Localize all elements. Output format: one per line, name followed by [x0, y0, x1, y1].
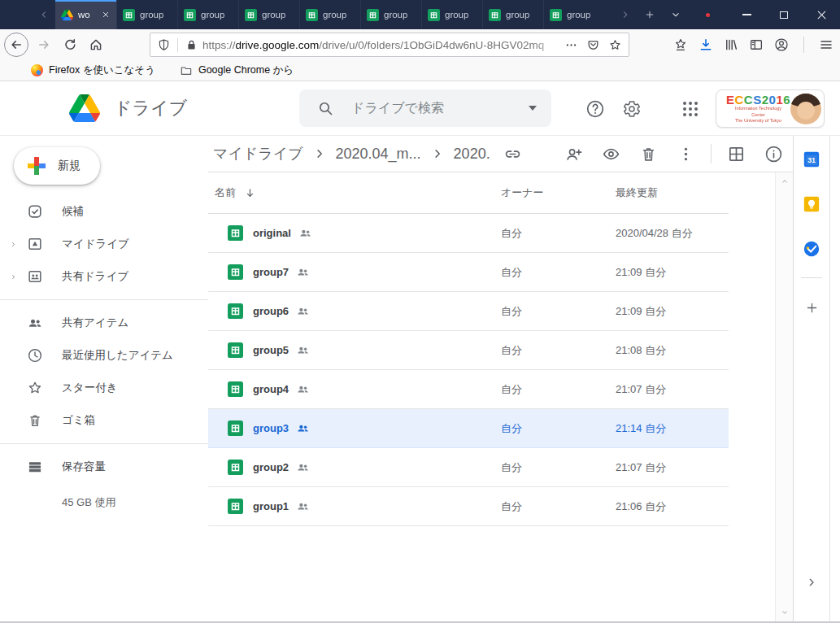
list-header: 名前 オーナー 最終更新: [208, 172, 729, 214]
column-header-owner[interactable]: オーナー: [501, 185, 544, 200]
calendar-app-icon[interactable]: 31: [803, 150, 820, 168]
expand-arrow-icon[interactable]: [10, 273, 24, 281]
drive-sidebar: 新規 候補マイドライブ共有ドライブ共有アイテム最近使用したアイテムスター付きゴミ…: [0, 136, 208, 621]
column-header-name[interactable]: 名前: [208, 185, 257, 200]
file-row-group1[interactable]: group1自分21:06 自分: [208, 487, 729, 526]
avatar[interactable]: [790, 94, 821, 124]
sidebar-item-star[interactable]: スター付き: [0, 372, 208, 404]
file-row-group6[interactable]: group6自分21:09 自分: [208, 292, 729, 331]
recording-indicator-dot: [706, 13, 710, 17]
column-header-modified[interactable]: 最終更新: [616, 185, 658, 200]
sheets-file-icon: [228, 225, 243, 241]
navigation-toolbar: https://drive.google.com/drive/u/0/folde…: [0, 29, 840, 60]
home-button[interactable]: [83, 32, 109, 58]
bookmark-item[interactable]: Google Chrome から: [180, 63, 294, 77]
file-row-group2[interactable]: group2自分21:07 自分: [208, 448, 729, 487]
tab-list-dropdown-icon[interactable]: [663, 0, 689, 29]
account-icon[interactable]: [773, 32, 790, 58]
sidebar-item-my-drive[interactable]: マイドライブ: [0, 228, 208, 260]
sidebar-item-shared-drives[interactable]: 共有ドライブ: [0, 260, 208, 293]
content-scrollbar[interactable]: [775, 172, 793, 621]
bookmark-item[interactable]: Firefox を使いこなそう: [31, 63, 155, 77]
tab-close-icon[interactable]: [101, 10, 111, 20]
tracking-shield-icon[interactable]: [157, 38, 171, 52]
google-apps-grid-icon[interactable]: [681, 99, 700, 119]
lock-icon[interactable]: [185, 38, 196, 52]
dots-vertical-icon[interactable]: [677, 145, 695, 163]
info-icon[interactable]: [764, 145, 783, 163]
tab-scroll-left-icon[interactable]: [33, 0, 55, 29]
sheets-file-icon: [228, 420, 243, 436]
tab-group[interactable]: group: [421, 0, 482, 29]
sidebar-item-people[interactable]: 共有アイテム: [0, 307, 208, 339]
breadcrumb: マイドライブ2020.04_m...2020.: [213, 144, 522, 163]
side-panel-divider: [801, 277, 822, 278]
grid-view-icon[interactable]: [727, 145, 746, 163]
sidebar-item-trash[interactable]: ゴミ箱: [0, 404, 208, 437]
tab-scroll-right-icon[interactable]: [614, 0, 637, 29]
search-box[interactable]: [299, 89, 551, 127]
expand-arrow-icon[interactable]: [10, 241, 24, 248]
account-badge[interactable]: ECCS2016 Information Technology Center T…: [716, 89, 825, 128]
help-icon[interactable]: [585, 99, 605, 119]
person-add-icon[interactable]: [564, 145, 583, 163]
file-row-original[interactable]: original自分2020/04/28 自分: [208, 214, 729, 253]
search-input[interactable]: [351, 101, 511, 115]
settings-gear-icon[interactable]: [622, 99, 642, 119]
sidebar-item-storage[interactable]: 保存容量: [0, 451, 208, 483]
tab-active-drive[interactable]: wo: [55, 0, 116, 29]
file-row-group7[interactable]: group7自分21:09 自分: [208, 253, 729, 292]
drive-toolbar: マイドライブ2020.04_m...2020.: [208, 136, 793, 172]
add-addon-plus-icon[interactable]: [804, 300, 820, 316]
page-actions-icon[interactable]: [564, 38, 578, 52]
scroll-up-icon[interactable]: [781, 177, 789, 185]
side-panel-expand-icon[interactable]: [805, 576, 818, 589]
tab-group[interactable]: group: [299, 0, 360, 29]
file-row-group4[interactable]: group4自分21:07 自分: [208, 370, 729, 409]
sheets-file-icon: [228, 303, 243, 319]
sidebar-item-clock[interactable]: 最近使用したアイテム: [0, 339, 208, 372]
url-bar[interactable]: https://drive.google.com/drive/u/0/folde…: [150, 33, 629, 57]
minimize-button[interactable]: [728, 0, 765, 29]
trash-icon[interactable]: [639, 145, 658, 163]
download-icon[interactable]: [697, 32, 715, 58]
search-options-caret-icon[interactable]: [529, 106, 537, 111]
tab-group[interactable]: group: [177, 0, 238, 29]
bookmark-star-icon[interactable]: [608, 38, 622, 52]
file-name: group2: [253, 461, 289, 473]
tab-group[interactable]: group: [360, 0, 421, 29]
breadcrumb-item[interactable]: マイドライブ: [213, 144, 303, 163]
menu-icon[interactable]: [817, 32, 835, 58]
get-link-icon[interactable]: [503, 145, 522, 163]
tab-group[interactable]: group: [238, 0, 299, 29]
file-name: group4: [253, 383, 289, 395]
library-icon[interactable]: [722, 32, 740, 58]
sidebar-item-priority[interactable]: 候補: [0, 195, 208, 228]
file-row-group5[interactable]: group5自分21:08 自分: [208, 331, 729, 370]
shared-people-icon: [296, 421, 310, 435]
breadcrumb-item[interactable]: 2020.: [454, 146, 490, 163]
bookmark-star-icon[interactable]: [672, 32, 690, 58]
new-button[interactable]: 新規: [14, 147, 100, 185]
tasks-app-icon[interactable]: [803, 240, 820, 258]
breadcrumb-item[interactable]: 2020.04_m...: [336, 146, 421, 163]
tab-group[interactable]: group: [116, 0, 177, 29]
keep-app-icon[interactable]: [803, 195, 820, 213]
sheets-icon: [428, 9, 440, 21]
file-row-group3[interactable]: group3自分21:14 自分: [208, 409, 729, 448]
reload-button[interactable]: [57, 32, 83, 58]
tab-group[interactable]: group: [543, 0, 604, 29]
file-name: original: [253, 227, 291, 239]
search-icon[interactable]: [317, 100, 333, 116]
eye-icon[interactable]: [602, 145, 620, 163]
tab-group[interactable]: group: [482, 0, 543, 29]
new-tab-button[interactable]: [637, 0, 663, 29]
sidebar-toggle-icon[interactable]: [747, 32, 765, 58]
scroll-down-icon[interactable]: [781, 608, 789, 616]
priority-icon: [27, 203, 43, 220]
back-button[interactable]: [4, 33, 28, 57]
maximize-button[interactable]: [765, 0, 803, 29]
pocket-icon[interactable]: [586, 38, 600, 52]
forward-button[interactable]: [31, 32, 57, 58]
close-button[interactable]: [803, 0, 840, 29]
